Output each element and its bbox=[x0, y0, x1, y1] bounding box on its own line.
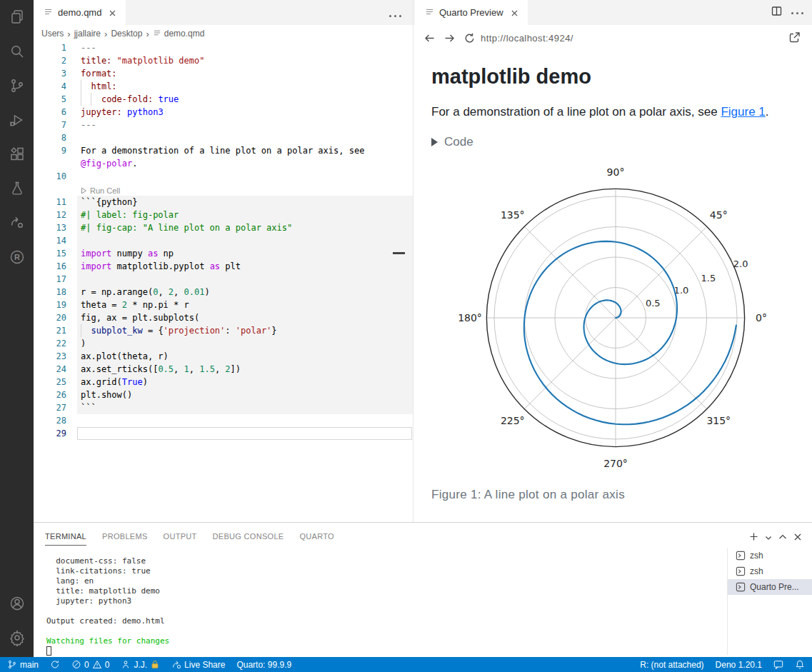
panel-actions bbox=[749, 531, 802, 544]
line-number: 18 bbox=[34, 286, 66, 299]
breadcrumb-separator: › bbox=[66, 29, 71, 39]
code-editor[interactable]: 1---2title: "matplotlib demo"3format:4 h… bbox=[34, 41, 413, 440]
line-number: 14 bbox=[34, 234, 66, 247]
code-line: 18r = np.arange(0, 2, 0.01) bbox=[34, 286, 413, 299]
panel-tab-output[interactable]: OUTPUT bbox=[164, 529, 197, 546]
breadcrumb[interactable]: Users›jjallaire›Desktop›demo.qmd bbox=[41, 26, 204, 41]
status-bell[interactable] bbox=[795, 659, 805, 670]
code-line: 22) bbox=[34, 337, 413, 350]
line-number: 8 bbox=[34, 131, 66, 144]
tab-demo-qmd[interactable]: demo.qmd bbox=[34, 0, 126, 25]
code-line: 9For a demonstration of a line plot on a… bbox=[34, 144, 413, 157]
search-icon[interactable] bbox=[0, 34, 34, 69]
breadcrumb-item[interactable]: Desktop bbox=[111, 29, 142, 39]
open-external-icon[interactable] bbox=[788, 31, 801, 47]
tab-quarto-preview[interactable]: Quarto Preview bbox=[415, 0, 528, 25]
status-feedback[interactable] bbox=[773, 659, 783, 670]
breadcrumb-separator: › bbox=[104, 29, 108, 39]
line-number: 6 bbox=[34, 106, 66, 119]
svg-text:45°: 45° bbox=[710, 209, 728, 221]
circle-slash-icon bbox=[71, 659, 81, 670]
close-tab-icon[interactable] bbox=[511, 7, 518, 19]
terminal-session-zsh[interactable]: zsh bbox=[728, 563, 812, 579]
status-person[interactable]: J.J. bbox=[121, 659, 160, 670]
extensions-icon[interactable] bbox=[0, 137, 34, 171]
live-share-icon bbox=[171, 659, 181, 670]
close-tab-icon[interactable] bbox=[109, 7, 116, 19]
terminal-dropdown-icon[interactable] bbox=[765, 531, 772, 544]
source-control-icon[interactable] bbox=[0, 69, 34, 103]
bell-icon bbox=[795, 659, 805, 670]
line-number: 13 bbox=[34, 221, 66, 234]
code-line: 19theta = 2 * np.pi * r bbox=[34, 299, 413, 311]
terminal-output[interactable]: document-css: false link-citations: true… bbox=[46, 556, 169, 646]
reload-icon[interactable] bbox=[463, 32, 476, 47]
preview-url[interactable]: http://localhost:4924/ bbox=[481, 33, 573, 44]
code-line: 1--- bbox=[34, 41, 413, 54]
line-number: 11 bbox=[34, 196, 66, 209]
status-deno-1.20.1[interactable]: Deno 1.20.1 bbox=[716, 660, 762, 670]
status-git-branch[interactable]: main bbox=[7, 659, 39, 670]
terminal-session-quartopre[interactable]: Quarto Pre... bbox=[728, 579, 812, 595]
line-number: 21 bbox=[34, 324, 66, 337]
forward-icon[interactable] bbox=[443, 32, 456, 47]
breadcrumb-item[interactable]: jjallaire bbox=[74, 29, 101, 39]
breadcrumb-item[interactable]: demo.qmd bbox=[164, 29, 205, 39]
panel-tab-terminal[interactable]: TERMINAL bbox=[45, 529, 86, 546]
figure-1-link[interactable]: Figure 1 bbox=[721, 105, 765, 119]
panel-tab-problems[interactable]: PROBLEMS bbox=[102, 529, 148, 546]
code-line: 11```{python} bbox=[34, 196, 413, 209]
code-line: 23ax.plot(theta, r) bbox=[34, 350, 413, 363]
code-disclosure[interactable]: Code bbox=[431, 135, 473, 149]
settings-icon[interactable] bbox=[0, 621, 34, 655]
svg-text:0.5: 0.5 bbox=[646, 298, 661, 309]
preview-title: matplotlib demo bbox=[431, 65, 591, 89]
breadcrumb-item[interactable]: Users bbox=[41, 29, 64, 39]
split-editor-icon[interactable] bbox=[771, 5, 783, 20]
line-number: 4 bbox=[34, 80, 66, 93]
code-line: 15import numpy as np bbox=[34, 247, 413, 260]
new-terminal-icon[interactable] bbox=[749, 531, 758, 544]
quarto-file-icon bbox=[425, 7, 434, 19]
svg-text:135°: 135° bbox=[501, 209, 525, 221]
line-number: 24 bbox=[34, 363, 66, 376]
back-icon[interactable] bbox=[423, 32, 436, 47]
terminal-session-zsh[interactable]: zsh bbox=[728, 548, 812, 563]
code-line: 21 subplot_kw = {'projection': 'polar'} bbox=[34, 324, 413, 337]
warning-icon bbox=[92, 659, 102, 670]
person-icon bbox=[121, 659, 131, 670]
editor-more-actions-icon[interactable] bbox=[389, 9, 404, 22]
code-line: 14 bbox=[34, 234, 413, 247]
line-number: 10 bbox=[34, 170, 66, 183]
status-quarto-99.9.9[interactable]: Quarto: 99.9.9 bbox=[236, 660, 291, 670]
code-line: 8 bbox=[34, 131, 413, 144]
close-panel-icon[interactable] bbox=[793, 531, 802, 544]
preview-more-actions-icon[interactable] bbox=[791, 6, 806, 19]
status-r-not-attached-[interactable]: R: (not attached) bbox=[640, 660, 703, 670]
status-live-share[interactable]: Live Share bbox=[171, 659, 225, 670]
run-debug-icon[interactable] bbox=[0, 103, 34, 137]
status-sync[interactable] bbox=[50, 659, 60, 670]
r-lang-icon[interactable]: R bbox=[0, 240, 34, 274]
account-icon[interactable] bbox=[0, 586, 34, 621]
code-line: 13#| fig-cap: "A line plot on a polar ax… bbox=[34, 221, 413, 234]
terminal-line: title: matplotlib demo bbox=[46, 586, 169, 596]
testing-icon[interactable] bbox=[0, 171, 34, 206]
svg-text:270°: 270° bbox=[603, 458, 628, 469]
quarto-file-icon bbox=[153, 29, 161, 39]
status-circle-slash[interactable]: 00 bbox=[71, 659, 109, 670]
svg-text:90°: 90° bbox=[607, 166, 625, 178]
panel-tab-debug-console[interactable]: DEBUG CONSOLE bbox=[213, 529, 284, 546]
quarto-preview-pane: Quarto Preview http://localhost:4924/ ma… bbox=[413, 0, 812, 522]
svg-text:225°: 225° bbox=[501, 415, 525, 426]
polar-plot: 0°45°90°135°180°225°270°315°0.51.01.52.0 bbox=[430, 161, 796, 473]
code-line: 2title: "matplotlib demo" bbox=[34, 54, 413, 67]
terminal-sessions-list: zshzshQuarto Pre... bbox=[727, 548, 812, 655]
svg-text:180°: 180° bbox=[458, 312, 482, 324]
panel-tab-quarto[interactable]: QUARTO bbox=[299, 529, 334, 546]
line-number: 17 bbox=[34, 273, 66, 286]
live-share-icon[interactable] bbox=[0, 206, 34, 240]
svg-text:2.0: 2.0 bbox=[733, 259, 748, 269]
maximize-panel-icon[interactable] bbox=[778, 531, 787, 544]
explorer-icon[interactable] bbox=[0, 0, 34, 34]
